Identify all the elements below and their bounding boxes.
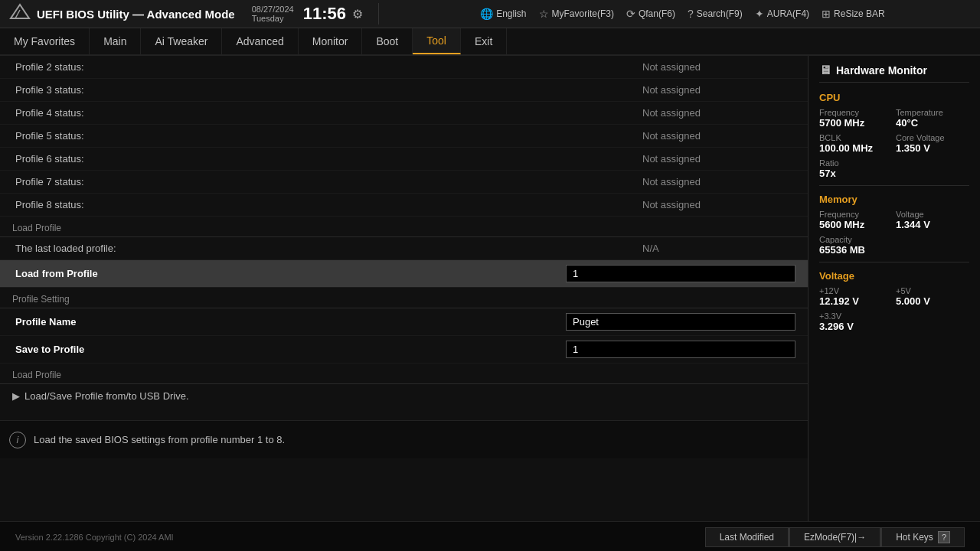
cpu-temp-label: Temperature 40°C [896, 108, 969, 129]
language-label: English [496, 8, 526, 19]
v5-label: +5V 5.000 V [896, 286, 969, 307]
profile-status-list: Profile 2 status:Not assignedProfile 3 s… [0, 56, 808, 217]
profile-name-label: Profile Name [12, 316, 566, 328]
cpu-section-title: CPU [819, 92, 969, 103]
search-icon: ? [688, 8, 694, 20]
profile-row: Profile 7 status:Not assigned [0, 171, 808, 194]
load-profile-footer-header: Load Profile [0, 364, 808, 384]
profile-row: Profile 2 status:Not assigned [0, 56, 808, 79]
date-display: 08/27/2024 [252, 5, 294, 14]
voltage-metrics: +12V 12.192 V +5V 5.000 V +3.3V 3.296 V [819, 286, 969, 332]
save-to-profile-input[interactable] [566, 341, 795, 358]
cpu-ratio-label: Ratio 57x [819, 158, 893, 179]
cpu-corevolt-label: Core Voltage 1.350 V [896, 133, 969, 154]
myfavorite-label: MyFavorite(F3) [552, 8, 614, 19]
profile-row: Profile 8 status:Not assigned [0, 194, 808, 217]
hot-keys-icon: ? [938, 531, 950, 543]
load-from-profile-label: Load from Profile [12, 268, 566, 279]
toolbar-resizebar[interactable]: ⊞ ReSize BAR [822, 8, 885, 20]
header-title: UEFI BIOS Utility — Advanced Mode [37, 8, 235, 21]
gear-icon[interactable]: ⚙ [352, 7, 363, 21]
svg-marker-0 [11, 5, 29, 18]
usb-label: Load/Save Profile from/to USB Drive. [24, 390, 189, 402]
myfavorite-icon: ☆ [539, 8, 549, 20]
profile-setting-header: Profile Setting [0, 288, 808, 308]
profile-row: Profile 3 status:Not assigned [0, 79, 808, 102]
language-icon: 🌐 [480, 8, 493, 20]
toolbar: 🌐 English ☆ MyFavorite(F3) ⟳ Qfan(F6) ? … [394, 8, 971, 20]
arrow-right-icon: ▶ [12, 390, 20, 402]
aura-icon: ✦ [755, 8, 764, 20]
search-label: Search(F9) [697, 8, 743, 19]
sidebar-title-text: Hardware Monitor [836, 64, 927, 77]
memory-metrics: Frequency 5600 MHz Voltage 1.344 V Capac… [819, 210, 969, 256]
toolbar-aura[interactable]: ✦ AURA(F4) [755, 8, 809, 20]
sidebar-item-main[interactable]: Main [90, 28, 141, 54]
datetime: 08/27/2024 Tuesday [252, 5, 294, 23]
cpu-metrics: Frequency 5700 MHz Temperature 40°C BCLK… [819, 108, 969, 179]
sidebar-item-tool[interactable]: Tool [413, 28, 461, 54]
cpu-divider [819, 185, 969, 186]
last-loaded-value: N/A [642, 243, 795, 254]
footer: Version 2.22.1286 Copyright (C) 2024 AMI… [0, 521, 980, 551]
profile-row: Profile 6 status:Not assigned [0, 148, 808, 171]
cpu-freq-label: Frequency 5700 MHz [819, 108, 893, 129]
last-loaded-row: The last loaded profile: N/A [0, 237, 808, 260]
qfan-icon: ⟳ [626, 8, 635, 20]
sidebar-title: 🖥 Hardware Monitor [819, 64, 969, 83]
sidebar-item-advanced[interactable]: Advanced [222, 28, 298, 54]
last-modified-button[interactable]: Last Modified [705, 527, 789, 547]
footer-buttons: Last Modified EzMode(F7)|→ Hot Keys ? [705, 527, 965, 547]
voltage-section-title: Voltage [819, 270, 969, 282]
toolbar-search[interactable]: ? Search(F9) [688, 8, 743, 20]
mem-freq-label: Frequency 5600 MHz [819, 210, 893, 230]
sidebar-item-my-favorites[interactable]: My Favorites [0, 28, 90, 54]
resizebar-label: ReSize BAR [834, 8, 885, 19]
hardware-monitor-sidebar: 🖥 Hardware Monitor CPU Frequency 5700 MH… [808, 56, 980, 521]
monitor-icon: 🖥 [819, 64, 831, 77]
time-display: 11:56 [303, 5, 346, 22]
sidebar-item-exit[interactable]: Exit [461, 28, 507, 54]
day-display: Tuesday [252, 14, 294, 23]
v12-label: +12V 12.192 V [819, 286, 893, 307]
usb-drive-row[interactable]: ▶ Load/Save Profile from/to USB Drive. [0, 384, 808, 408]
toolbar-qfan[interactable]: ⟳ Qfan(F6) [626, 8, 675, 20]
profile-name-row: Profile Name [0, 308, 808, 336]
sidebar-item-monitor[interactable]: Monitor [299, 28, 363, 54]
memory-section-title: Memory [819, 194, 969, 205]
load-from-profile-input[interactable] [566, 265, 795, 282]
mem-volt-label: Voltage 1.344 V [896, 210, 969, 230]
toolbar-language[interactable]: 🌐 English [480, 8, 526, 20]
mem-capacity-label: Capacity 65536 MB [819, 235, 969, 256]
main-area: Profile 2 status:Not assignedProfile 3 s… [0, 56, 980, 521]
status-info-bar: i Load the saved BIOS settings from prof… [0, 420, 808, 458]
info-icon: i [9, 432, 26, 448]
navbar: My Favorites Main Ai Tweaker Advanced Mo… [0, 28, 980, 56]
memory-divider [819, 262, 969, 262]
status-text: Load the saved BIOS settings from profil… [34, 434, 285, 445]
save-to-profile-row: Save to Profile [0, 336, 808, 364]
ez-mode-button[interactable]: EzMode(F7)|→ [789, 527, 880, 547]
logo-area: UEFI BIOS Utility — Advanced Mode [9, 3, 235, 24]
v33-label: +3.3V 3.296 V [819, 311, 893, 332]
sidebar-item-ai-tweaker[interactable]: Ai Tweaker [141, 28, 222, 54]
resizebar-icon: ⊞ [822, 8, 831, 20]
asus-logo-icon [9, 3, 31, 24]
footer-version: Version 2.22.1286 Copyright (C) 2024 AMI [15, 533, 174, 542]
qfan-label: Qfan(F6) [639, 8, 675, 19]
sidebar-item-boot[interactable]: Boot [362, 28, 413, 54]
last-loaded-label: The last loaded profile: [12, 243, 642, 254]
load-from-profile-row[interactable]: Load from Profile [0, 260, 808, 288]
content-panel: Profile 2 status:Not assignedProfile 3 s… [0, 56, 808, 521]
hot-keys-button[interactable]: Hot Keys ? [881, 527, 965, 547]
aura-label: AURA(F4) [767, 8, 809, 19]
profile-name-input[interactable] [566, 313, 795, 331]
header: UEFI BIOS Utility — Advanced Mode 08/27/… [0, 0, 980, 28]
save-to-profile-label: Save to Profile [12, 344, 566, 355]
load-profile-header: Load Profile [0, 217, 808, 237]
toolbar-myfavorite[interactable]: ☆ MyFavorite(F3) [539, 8, 614, 20]
profile-row: Profile 5 status:Not assigned [0, 125, 808, 148]
cpu-bclk-label: BCLK 100.00 MHz [819, 133, 893, 154]
profile-row: Profile 4 status:Not assigned [0, 102, 808, 125]
